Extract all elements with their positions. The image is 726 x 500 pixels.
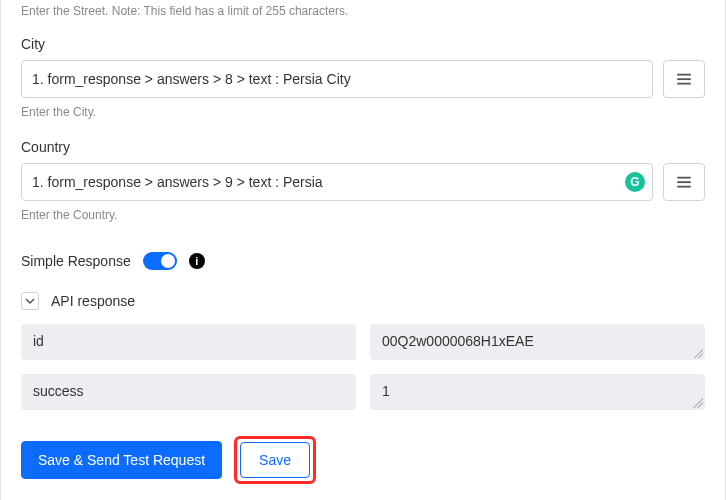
- hamburger-icon: [675, 70, 693, 88]
- api-response-collapse[interactable]: [21, 292, 39, 310]
- svg-rect-1: [677, 78, 691, 80]
- svg-rect-4: [677, 181, 691, 183]
- simple-response-label: Simple Response: [21, 253, 131, 269]
- api-value-cell[interactable]: 1: [370, 374, 705, 410]
- api-response-header: API response: [21, 292, 705, 310]
- save-send-test-button[interactable]: Save & Send Test Request: [21, 441, 222, 479]
- svg-rect-0: [677, 74, 691, 76]
- save-highlight: Save: [234, 436, 316, 484]
- svg-rect-2: [677, 83, 691, 85]
- street-helper: Enter the Street. Note: This field has a…: [21, 0, 705, 18]
- city-input[interactable]: [21, 60, 653, 98]
- form-panel: Enter the Street. Note: This field has a…: [0, 0, 726, 500]
- country-field: Country G Enter the Country.: [21, 139, 705, 224]
- grammarly-icon[interactable]: G: [625, 172, 645, 192]
- simple-response-toggle[interactable]: [143, 252, 177, 270]
- info-icon[interactable]: i: [189, 253, 205, 269]
- api-key-cell: success: [21, 374, 356, 410]
- city-field: City Enter the City.: [21, 36, 705, 121]
- city-menu-button[interactable]: [663, 60, 705, 98]
- save-button[interactable]: Save: [240, 442, 310, 478]
- country-menu-button[interactable]: [663, 163, 705, 201]
- city-input-row: [21, 60, 705, 98]
- svg-rect-5: [677, 186, 691, 188]
- chevron-down-icon: [25, 296, 35, 306]
- api-key-cell: id: [21, 324, 356, 360]
- api-response-grid: id 00Q2w0000068H1xEAE success 1: [21, 324, 705, 410]
- api-response-title: API response: [51, 293, 135, 309]
- country-input[interactable]: [21, 163, 653, 201]
- country-input-row: G: [21, 163, 705, 201]
- city-label: City: [21, 36, 705, 52]
- hamburger-icon: [675, 173, 693, 191]
- country-label: Country: [21, 139, 705, 155]
- city-helper: Enter the City.: [21, 104, 705, 121]
- simple-response-row: Simple Response i: [21, 252, 705, 270]
- api-value-cell[interactable]: 00Q2w0000068H1xEAE: [370, 324, 705, 360]
- svg-rect-3: [677, 177, 691, 179]
- country-helper: Enter the Country.: [21, 207, 705, 224]
- button-row: Save & Send Test Request Save: [21, 436, 705, 484]
